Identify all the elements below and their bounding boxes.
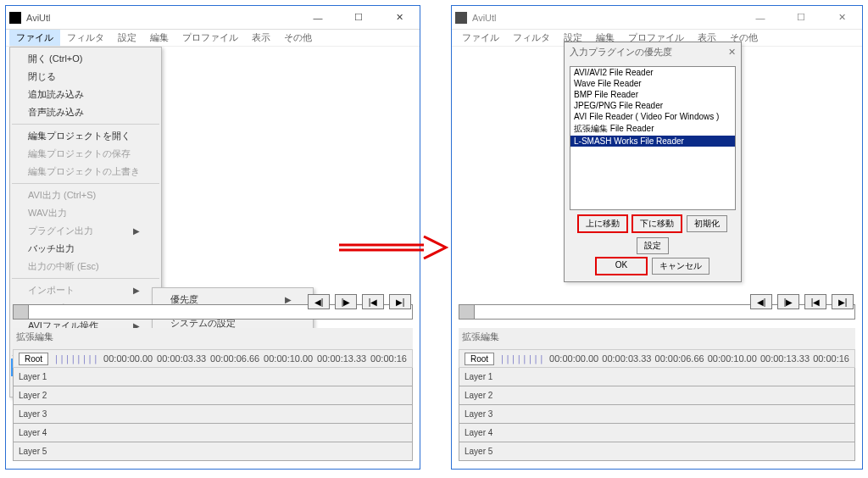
nav-button[interactable]: |◀ <box>804 294 826 309</box>
menu-AVI出力 (Ctr: AVI出力 (Ctrl+S) <box>11 186 160 204</box>
plugin-listbox[interactable]: AVI/AVI2 File ReaderWave File ReaderBMP … <box>570 66 736 210</box>
cancel-button[interactable]: キャンセル <box>652 258 709 275</box>
layer[interactable]: Layer 4 <box>13 424 413 442</box>
nav-button[interactable]: ◀| <box>308 294 330 309</box>
menu-WAV出力: WAV出力 <box>11 204 160 222</box>
plugin-option[interactable]: 拡張編集 File Reader <box>570 122 735 136</box>
menuitem-3[interactable]: 編集 <box>143 30 175 46</box>
menu-プラグイン出力: プラグイン出力▶ <box>11 222 160 240</box>
close-button[interactable]: ✕ <box>825 8 859 28</box>
max-button[interactable]: ☐ <box>784 8 818 28</box>
menu-音声読み込み[interactable]: 音声読み込み <box>11 103 160 121</box>
menuitem-4[interactable]: プロファイル <box>175 30 245 46</box>
nav-button[interactable]: |◀ <box>362 294 384 309</box>
max-button[interactable]: ☐ <box>342 8 376 28</box>
seek-thumb[interactable] <box>459 305 475 319</box>
layer[interactable]: Layer 3 <box>459 405 855 424</box>
move-down-button[interactable]: 下に移動 <box>632 215 682 232</box>
menubar[interactable]: ファイルフィルタ設定編集プロファイル表示その他 <box>6 30 420 47</box>
plugin-option[interactable]: BMP File Reader <box>570 89 735 100</box>
dialog-title: 入力プラグインの優先度 <box>570 46 728 58</box>
menuitem-6[interactable]: その他 <box>277 30 319 46</box>
layer[interactable]: Layer 2 <box>459 386 855 405</box>
layer[interactable]: Layer 1 <box>13 368 413 386</box>
menu-バッチ出力[interactable]: バッチ出力 <box>11 240 160 258</box>
plugin-option[interactable]: Wave File Reader <box>570 78 735 89</box>
close-icon[interactable]: ✕ <box>728 47 736 58</box>
menu-追加読み込み[interactable]: 追加読み込み <box>11 86 160 103</box>
plugin-option[interactable]: AVI/AVI2 File Reader <box>570 67 735 78</box>
menuitem-1[interactable]: フィルタ <box>60 30 111 46</box>
nav-button[interactable]: |▶ <box>777 294 799 309</box>
app-title: AviUtl <box>472 13 743 23</box>
menu-開く (Ctrl+O[interactable]: 開く (Ctrl+O) <box>11 50 160 68</box>
menuitem-0[interactable]: ファイル <box>455 30 506 46</box>
ok-button[interactable]: OK <box>596 258 647 275</box>
titlebar-left: AviUtl ― ☐ ✕ <box>6 6 420 30</box>
menu-編集プロジェクトの上: 編集プロジェクトの上書き <box>11 163 160 181</box>
nav-button[interactable]: ▶| <box>832 294 854 309</box>
move-up-button[interactable]: 上に移動 <box>578 215 627 232</box>
min-button[interactable]: ― <box>301 8 335 28</box>
app-title: AviUtl <box>26 13 301 23</box>
menuitem-0[interactable]: ファイル <box>9 30 60 46</box>
titlebar-right: AviUtl ― ☐ ✕ <box>452 6 862 30</box>
seek-thumb[interactable] <box>14 305 29 319</box>
layer[interactable]: Layer 1 <box>459 368 855 386</box>
menu-閉じる[interactable]: 閉じる <box>11 68 160 86</box>
menu-編集プロジェクトの保: 編集プロジェクトの保存 <box>11 145 160 163</box>
menu-編集プロジェクトを開[interactable]: 編集プロジェクトを開く <box>11 127 160 145</box>
plugin-option[interactable]: JPEG/PNG File Reader <box>570 100 735 111</box>
nav-button[interactable]: ◀| <box>750 294 772 309</box>
settings-button[interactable]: 設定 <box>637 237 669 254</box>
min-button[interactable]: ― <box>743 8 777 28</box>
plugin-option[interactable]: AVI File Reader ( Video For Windows ) <box>570 111 735 122</box>
layer[interactable]: Layer 2 <box>13 386 413 405</box>
menuitem-1[interactable]: フィルタ <box>506 30 557 46</box>
layer[interactable]: Layer 4 <box>459 424 855 442</box>
reset-button[interactable]: 初期化 <box>687 215 727 232</box>
app-icon <box>455 12 467 24</box>
playback-controls[interactable]: ◀||▶|◀▶| <box>308 294 411 309</box>
timeline[interactable]: 拡張編集Root||||||||00:00:00.0000:00:03.3300… <box>459 328 855 461</box>
plugin-option[interactable]: L-SMASH Works File Reader <box>570 136 735 147</box>
menuitem-2[interactable]: 設定 <box>111 30 143 46</box>
nav-button[interactable]: ▶| <box>389 294 411 309</box>
layer[interactable]: Layer 5 <box>459 442 855 461</box>
layer[interactable]: Layer 5 <box>13 442 413 461</box>
menu-インポート: インポート▶ <box>11 281 160 299</box>
nav-button[interactable]: |▶ <box>335 294 357 309</box>
layer[interactable]: Layer 3 <box>13 405 413 424</box>
playback-controls[interactable]: ◀||▶|◀▶| <box>750 294 854 309</box>
close-button[interactable]: ✕ <box>382 8 416 28</box>
app-icon <box>9 12 21 24</box>
priority-dialog: 入力プラグインの優先度 ✕ AVI/AVI2 File ReaderWave F… <box>564 42 742 282</box>
menuitem-5[interactable]: 表示 <box>245 30 277 46</box>
menu-出力の中断 (Esc: 出力の中断 (Esc) <box>11 258 160 275</box>
timeline[interactable]: 拡張編集Root||||||||00:00:00.0000:00:03.3300… <box>13 328 413 461</box>
